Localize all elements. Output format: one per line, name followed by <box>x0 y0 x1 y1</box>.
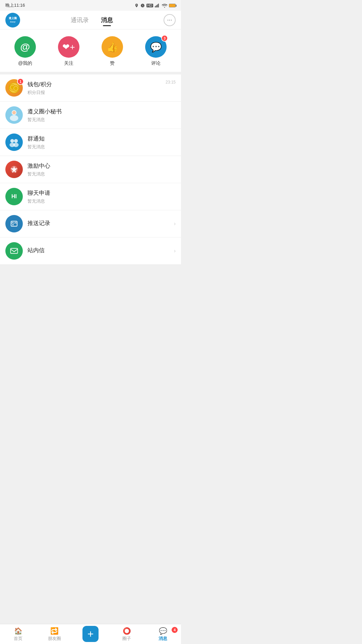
avatar-secretary <box>5 106 23 124</box>
svg-rect-18 <box>11 221 17 226</box>
battery-icon <box>169 4 176 7</box>
app-logo[interactable]: 遵义圈Zunyi <box>5 13 20 28</box>
wifi-icon <box>162 3 167 8</box>
notif-follow-circle: ❤+ <box>58 36 79 58</box>
svg-point-13 <box>14 139 18 143</box>
status-bar: 晚上11:16 HD <box>0 0 181 11</box>
msg-secretary-sub: 暂无消息 <box>27 117 176 123</box>
avatar-inbox <box>5 242 23 260</box>
status-icons: HD <box>134 3 176 8</box>
msg-wallet-title: 钱包/积分 <box>27 80 176 88</box>
svg-rect-2 <box>157 4 158 7</box>
thumbsup-icon: 👍 <box>107 42 118 53</box>
nav-contacts[interactable]: 通讯录 <box>71 16 89 24</box>
svg-point-12 <box>10 139 14 143</box>
notif-at-circle: @ <box>14 36 36 58</box>
msg-chatrequest[interactable]: HI 聊天申请 暂无消息 <box>0 183 181 210</box>
group-icon <box>9 137 19 148</box>
notif-like-wrap: 👍 <box>102 36 123 58</box>
location-icon <box>134 3 139 8</box>
svg-point-11 <box>12 111 16 114</box>
comment-badge: 3 <box>161 35 168 42</box>
signal-icon <box>155 3 160 8</box>
notif-comment-wrap: 💬 3 <box>145 36 167 58</box>
notif-like-label: 赞 <box>110 60 115 66</box>
msg-secretary-title: 遵义圈小秘书 <box>27 108 176 115</box>
notif-at-label: @我的 <box>18 60 32 66</box>
svg-rect-20 <box>11 249 18 254</box>
nav-messages[interactable]: 消息 <box>101 16 113 24</box>
inbox-arrow: › <box>174 248 176 254</box>
msg-incentive[interactable]: 激励中心 暂无消息 <box>0 156 181 183</box>
notif-follow[interactable]: ❤+ 关注 <box>58 36 79 66</box>
header-nav: 通讯录 消息 <box>71 16 113 24</box>
notif-at-wrap: @ <box>14 36 36 58</box>
msg-group-title: 群通知 <box>27 135 176 143</box>
at-icon: @ <box>20 41 30 53</box>
status-time: 晚上11:16 <box>5 2 25 8</box>
notif-follow-label: 关注 <box>64 60 73 66</box>
svg-rect-1 <box>156 5 157 7</box>
msg-incentive-title: 激励中心 <box>27 162 176 170</box>
inbox-icon <box>9 246 19 256</box>
avatar-group <box>5 133 23 151</box>
avatar-wallet: 1 <box>5 79 23 97</box>
svg-rect-3 <box>158 3 159 7</box>
header: 遵义圈Zunyi 通讯录 消息 ··· <box>0 11 181 30</box>
push-icon <box>9 219 19 229</box>
msg-incentive-sub: 暂无消息 <box>27 171 176 177</box>
msg-wallet-sub: 积分日报 <box>27 90 176 96</box>
avatar-incentive <box>5 161 23 178</box>
message-list: 1 钱包/积分 积分日报 23:15 遵义圈小秘书 暂无消息 <box>0 74 181 265</box>
notif-like[interactable]: 👍 赞 <box>102 36 123 66</box>
gray-area <box>0 265 181 345</box>
notif-comment[interactable]: 💬 3 评论 <box>145 36 167 66</box>
msg-pushrecord-content: 推送记录 <box>27 219 171 228</box>
svg-point-15 <box>13 143 19 147</box>
msg-chatrequest-content: 聊天申请 暂无消息 <box>27 189 176 204</box>
secretary-icon <box>8 109 20 121</box>
incentive-icon <box>9 164 19 174</box>
svg-point-8 <box>14 87 17 90</box>
msg-secretary[interactable]: 遵义圈小秘书 暂无消息 <box>0 102 181 129</box>
wallet-badge: 1 <box>17 78 24 85</box>
notification-row: @ @我的 ❤+ 关注 👍 赞 💬 3 评论 <box>0 30 181 74</box>
dots-icon: ··· <box>167 16 172 23</box>
msg-wallet-time: 23:15 <box>166 80 176 85</box>
msg-group[interactable]: 群通知 暂无消息 <box>0 129 181 156</box>
heart-plus-icon: ❤+ <box>62 42 75 52</box>
msg-pushrecord-title: 推送记录 <box>27 219 171 227</box>
msg-inbox-title: 站内信 <box>27 247 171 254</box>
msg-secretary-content: 遵义圈小秘书 暂无消息 <box>27 108 176 123</box>
chat-icon-button[interactable]: ··· <box>164 14 176 26</box>
comment-icon: 💬 <box>150 42 162 53</box>
hi-text: HI <box>11 194 17 200</box>
msg-group-content: 群通知 暂无消息 <box>27 135 176 150</box>
notif-at[interactable]: @ @我的 <box>14 36 36 66</box>
svg-rect-19 <box>12 224 14 225</box>
avatar-push <box>5 215 23 232</box>
msg-wallet-content: 钱包/积分 积分日报 <box>27 80 176 96</box>
pushrecord-arrow: › <box>174 221 176 227</box>
msg-incentive-content: 激励中心 暂无消息 <box>27 162 176 177</box>
svg-point-10 <box>10 115 18 121</box>
hd-badge: HD <box>146 4 153 7</box>
notif-comment-label: 评论 <box>151 60 161 66</box>
msg-inbox-content: 站内信 <box>27 247 171 256</box>
msg-pushrecord[interactable]: 推送记录 › <box>0 210 181 237</box>
msg-chatrequest-title: 聊天申请 <box>27 189 176 197</box>
msg-chatrequest-sub: 暂无消息 <box>27 198 176 204</box>
svg-rect-0 <box>155 6 156 7</box>
notif-like-circle: 👍 <box>102 36 123 58</box>
msg-inbox[interactable]: 站内信 › <box>0 237 181 265</box>
avatar-chat: HI <box>5 188 23 205</box>
alarm-icon <box>140 3 145 8</box>
msg-wallet[interactable]: 1 钱包/积分 积分日报 23:15 <box>0 74 181 102</box>
notif-follow-wrap: ❤+ <box>58 36 79 58</box>
msg-group-sub: 暂无消息 <box>27 144 176 150</box>
